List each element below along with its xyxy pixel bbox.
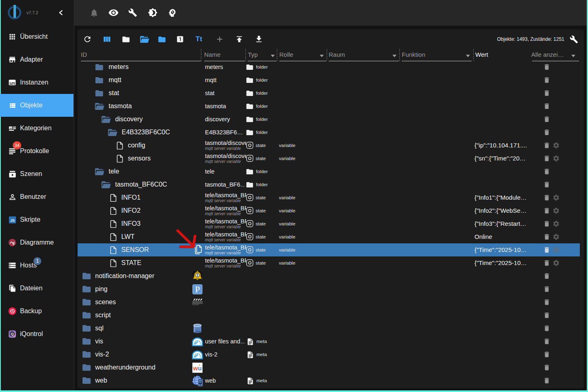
svg-text:Q: Q <box>11 332 13 336</box>
svg-text:P: P <box>195 285 200 294</box>
svg-text:1: 1 <box>196 273 198 277</box>
svg-text:JS: JS <box>10 218 14 222</box>
svg-text:w: w <box>193 364 198 371</box>
